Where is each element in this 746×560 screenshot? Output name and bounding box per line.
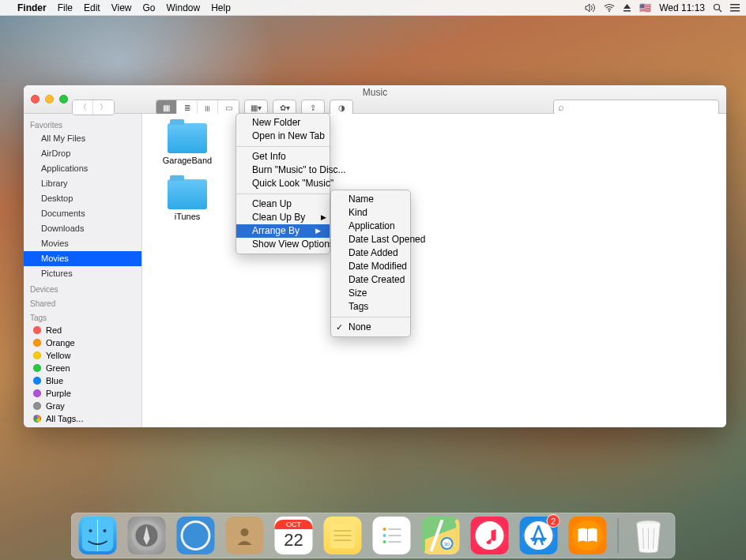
ctx-show-view-options[interactable]: Show View Options	[236, 238, 330, 251]
submenu-date-created[interactable]: Date Created	[331, 273, 410, 287]
ctx-burn-music-to-disc-[interactable]: Burn "Music" to Disc...	[236, 163, 330, 177]
sidebar-header-favorites: Favorites	[24, 117, 141, 131]
sidebar-header-shared: Shared	[24, 295, 141, 310]
dock-appstore[interactable]: 2	[520, 517, 558, 554]
ctx-new-folder[interactable]: New Folder	[236, 116, 330, 130]
submenu-date-modified[interactable]: Date Modified	[331, 260, 410, 273]
arrange-by-submenu: NameKindApplicationDate Last OpenedDate …	[330, 190, 411, 337]
ctx-clean-up[interactable]: Clean Up	[236, 197, 330, 211]
submenu-none[interactable]: ✓None	[331, 321, 410, 334]
sidebar-tag-gray[interactable]: Gray	[24, 400, 141, 412]
dock-calendar[interactable]: OCT 22	[275, 517, 313, 554]
submenu-size[interactable]: Size	[331, 287, 410, 300]
ctx-label: Clean Up	[252, 198, 292, 210]
tags-button[interactable]: ◑	[330, 100, 353, 115]
ctx-label: Get Info	[252, 151, 286, 163]
context-menu: New FolderOpen in New TabGet InfoBurn "M…	[235, 113, 330, 254]
sidebar-tag-green[interactable]: Green	[24, 362, 141, 374]
folder-itunes[interactable]: iTunes	[152, 179, 223, 221]
ctx-clean-up-by[interactable]: Clean Up By▶	[236, 211, 330, 224]
dock-maps[interactable]: 3D	[422, 517, 460, 554]
dock-notes[interactable]	[324, 517, 362, 554]
menu-file[interactable]: File	[58, 2, 73, 13]
notification-center-icon[interactable]	[730, 3, 740, 12]
submenu-application[interactable]: Application	[331, 220, 410, 233]
submenu-tags[interactable]: Tags	[331, 300, 410, 314]
volume-icon[interactable]	[585, 3, 596, 13]
sidebar-item-applications[interactable]: Applications	[24, 161, 141, 176]
input-flag-icon[interactable]: 🇺🇸	[639, 2, 651, 13]
menubar-clock[interactable]: Wed 11:13	[659, 2, 705, 13]
sidebar-tag-blue[interactable]: Blue	[24, 374, 141, 387]
folder-garageband[interactable]: GarageBand	[152, 123, 223, 165]
dock-finder[interactable]	[79, 517, 117, 554]
dock-launchpad[interactable]	[128, 517, 166, 554]
ctx-quick-look-music-[interactable]: Quick Look "Music"	[236, 177, 330, 190]
submenu-name[interactable]: Name	[331, 193, 410, 206]
dock-reminders[interactable]	[373, 517, 411, 554]
menu-view[interactable]: View	[111, 2, 132, 13]
dock-safari[interactable]	[177, 517, 215, 554]
app-menu[interactable]: Finder	[17, 2, 47, 13]
submenu-date-last-opened[interactable]: Date Last Opened	[331, 233, 410, 246]
folder-icon	[168, 123, 207, 153]
sidebar-all-tags[interactable]: All Tags...	[24, 412, 141, 425]
ctx-arrange-by[interactable]: Arrange By▶	[236, 224, 330, 238]
ctx-get-info[interactable]: Get Info	[236, 150, 330, 163]
dock-itunes[interactable]	[471, 517, 509, 554]
sidebar-item-movies-selected[interactable]: Movies	[24, 251, 141, 266]
sidebar-tag-red[interactable]: Red	[24, 324, 141, 336]
column-view-button[interactable]: ⫼	[198, 100, 218, 115]
menu-window[interactable]: Window	[167, 2, 201, 13]
submenu-label: Date Created	[349, 274, 405, 286]
sidebar-item-desktop[interactable]: Desktop	[24, 191, 141, 206]
search-field[interactable]	[553, 100, 719, 115]
submenu-date-added[interactable]: Date Added	[331, 246, 410, 260]
sidebar-item-airdrop[interactable]: AirDrop	[24, 146, 141, 161]
dock-trash[interactable]	[630, 517, 668, 554]
tag-label: Purple	[46, 389, 71, 398]
submenu-label: Application	[349, 220, 395, 232]
menu-go[interactable]: Go	[143, 2, 156, 13]
ctx-label: Quick Look "Music"	[252, 178, 333, 190]
eject-icon[interactable]	[623, 3, 631, 12]
sidebar-tag-orange[interactable]: Orange	[24, 336, 141, 349]
sidebar-item-all-my-files[interactable]: All My Files	[24, 131, 141, 146]
sidebar-item-downloads[interactable]: Downloads	[24, 221, 141, 236]
tag-label: Blue	[46, 376, 63, 385]
sidebar-item-pictures[interactable]: Pictures	[24, 266, 141, 281]
menubar: Finder File Edit View Go Window Help 🇺🇸 …	[0, 0, 746, 16]
titlebar[interactable]: Music 〈 〉 ▦ ≣ ⫼ ▭ ▦▾ ✿▾ ⇪ ◑	[24, 85, 726, 114]
menu-edit[interactable]: Edit	[84, 2, 100, 13]
tag-dot-icon	[33, 364, 41, 372]
ctx-open-in-new-tab[interactable]: Open in New Tab	[236, 130, 330, 143]
submenu-label: None	[349, 321, 371, 333]
coverflow-view-button[interactable]: ▭	[218, 100, 239, 115]
wifi-icon[interactable]	[604, 3, 615, 13]
submenu-label: Name	[349, 194, 374, 205]
content-area[interactable]: GarageBand iTunes	[142, 114, 726, 427]
ctx-label: Open in New Tab	[252, 130, 325, 142]
submenu-kind[interactable]: Kind	[331, 206, 410, 220]
svg-rect-5	[730, 10, 740, 12]
submenu-label: Date Added	[349, 247, 398, 259]
menu-help[interactable]: Help	[211, 2, 231, 13]
ctx-separator	[236, 146, 330, 147]
submenu-label: Tags	[349, 301, 368, 313]
sidebar-item-movies[interactable]: Movies	[24, 236, 141, 251]
spotlight-icon[interactable]	[713, 3, 722, 13]
forward-button[interactable]: 〉	[93, 100, 114, 115]
list-view-button[interactable]: ≣	[177, 100, 198, 115]
sidebar-header-devices: Devices	[24, 281, 141, 295]
ctx-label: Clean Up By	[252, 212, 305, 224]
back-button[interactable]: 〈	[73, 100, 93, 115]
dock-contacts[interactable]	[226, 517, 264, 554]
sidebar-tag-purple[interactable]: Purple	[24, 387, 141, 400]
dock-ibooks[interactable]	[569, 517, 607, 554]
sidebar-item-documents[interactable]: Documents	[24, 206, 141, 221]
ctx-separator	[236, 194, 330, 194]
sidebar-tag-yellow[interactable]: Yellow	[24, 349, 141, 362]
icon-view-button[interactable]: ▦	[156, 100, 177, 115]
sidebar-item-library[interactable]: Library	[24, 176, 141, 191]
svg-point-20	[383, 528, 386, 531]
